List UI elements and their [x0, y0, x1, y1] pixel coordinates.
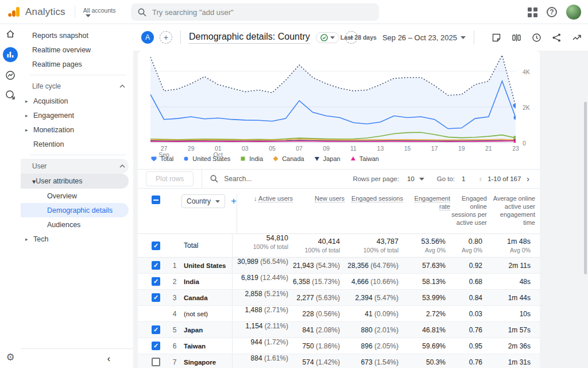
divider — [202, 170, 202, 189]
select-all-checkbox[interactable] — [152, 195, 160, 204]
table-row[interactable]: 5 Japan 1,154 (2.11%)841 (2.08%)880 (2.0… — [138, 322, 540, 338]
insights-spark-icon[interactable] — [572, 33, 582, 43]
date-range-preset-label: Last 28 days — [341, 34, 377, 41]
collapse-nav-icon[interactable]: ‹ — [107, 354, 110, 364]
sidebar-item-tech[interactable]: ▸Tech — [21, 232, 133, 246]
chevron-down-icon — [215, 200, 220, 203]
column-header-engagement-rate[interactable]: Engagement rate — [403, 194, 450, 210]
brand-title: Analytics — [25, 6, 65, 18]
apps-grid-icon[interactable] — [528, 7, 537, 17]
account-switcher[interactable]: All accounts — [83, 7, 116, 17]
report-title[interactable]: Demographic details: Country — [189, 32, 310, 44]
row-checkbox[interactable] — [152, 342, 160, 350]
x-axis-tick: 09 — [318, 145, 335, 152]
legend-item-taiwan[interactable]: Taiwan — [350, 155, 379, 162]
report-card: 02K4K 27Sep2901Oct0305070911131517192123… — [138, 51, 540, 368]
row-checkbox[interactable] — [152, 293, 160, 302]
account-switcher-label: All accounts — [83, 7, 116, 14]
sidebar-item-realtime-overview[interactable]: Realtime overview — [21, 43, 133, 57]
sidebar-item-realtime-pages[interactable]: Realtime pages — [21, 57, 133, 71]
search-icon — [138, 8, 146, 17]
global-search-input[interactable] — [152, 8, 359, 17]
table-row[interactable]: 1 United States 30,989 (56.54%)21,943 (5… — [138, 258, 540, 274]
add-collaborator-button[interactable]: + — [160, 31, 172, 44]
sidebar-item-audiences[interactable]: Audiences — [21, 217, 129, 232]
analytics-logo-icon[interactable] — [8, 6, 21, 18]
page-scrollbar[interactable] — [584, 102, 587, 274]
table-row[interactable]: 4 (not set) 1,488 (2.71%)228 (0.56%)41 (… — [138, 306, 540, 322]
column-header-active-users[interactable]: ↓ Active users — [237, 194, 293, 233]
share-icon[interactable] — [552, 33, 562, 43]
next-page-icon[interactable]: › — [523, 174, 533, 183]
search-icon — [210, 175, 218, 183]
row-checkbox[interactable] — [152, 358, 160, 366]
sidebar-item-user-attributes[interactable]: ▾User attributes — [21, 174, 129, 189]
dimension-select[interactable]: Country — [181, 194, 225, 208]
line-chart[interactable] — [150, 55, 516, 144]
chevron-up-icon — [119, 85, 125, 88]
x-axis-tick: 17 — [426, 145, 443, 152]
help-icon[interactable]: ? — [547, 7, 557, 17]
row-checkbox[interactable] — [152, 241, 160, 250]
rows-per-page-value[interactable]: 10 — [407, 175, 415, 182]
sidebar-section-life-cycle[interactable]: Life cycle — [21, 79, 133, 94]
nav-collapse-bar: ‹ — [21, 348, 133, 368]
legend-item-canada[interactable]: Canada — [272, 155, 304, 162]
sidebar-item-overview[interactable]: Overview — [21, 189, 129, 203]
goto-page-value[interactable]: 1 — [462, 175, 465, 182]
sidebar-item-engagement[interactable]: ▸Engagement — [21, 108, 133, 122]
legend-item-japan[interactable]: Japan — [314, 155, 341, 162]
advertising-icon[interactable] — [0, 85, 21, 105]
report-status-badge[interactable] — [316, 32, 339, 43]
column-header-engaged-online-sessions[interactable]: Engaged online sessions per active user — [450, 194, 487, 227]
home-icon[interactable] — [0, 24, 21, 44]
admin-gear-icon[interactable]: ⚙ — [0, 351, 21, 363]
x-axis-tick: 21 — [480, 145, 497, 152]
table-row[interactable]: 2 India 6,819 (12.44%)6,358 (15.73%)4,66… — [138, 274, 540, 290]
x-axis-tick: 13 — [372, 145, 389, 152]
legend-marker-icon — [239, 155, 246, 162]
table-row[interactable]: 6 Taiwan 944 (1.72%)750 (1.86%)896 (2.05… — [138, 338, 540, 354]
row-checkbox[interactable] — [152, 277, 160, 286]
table-row[interactable]: 3 Canada 2,858 (5.21%)2,277 (5.63%)2,394… — [138, 290, 540, 306]
expand-right-icon: ▸ — [25, 236, 33, 242]
plot-rows-button[interactable]: Plot rows — [146, 171, 194, 186]
table-total-row: Total 54,810100% of total40,414100% of t… — [138, 233, 540, 258]
column-header-engaged-sessions[interactable]: Engaged sessions — [345, 194, 403, 202]
chart-legend: Total United States India Canada Japan T… — [150, 155, 379, 162]
table-search-input[interactable] — [224, 175, 310, 183]
table-row[interactable]: 7 Singapore 884 (1.61%)574 (1.42%)673 (1… — [138, 354, 540, 368]
report-owner-avatar[interactable]: A — [141, 31, 154, 44]
explore-icon[interactable] — [0, 66, 21, 85]
sidebar-item-demographic-details[interactable]: Demographic details — [21, 203, 129, 217]
check-circle-icon — [320, 34, 328, 41]
sidebar-item-acquisition[interactable]: ▸Acquisition — [21, 94, 133, 108]
legend-item-united-states[interactable]: United States — [183, 155, 230, 162]
row-checkbox[interactable] — [152, 325, 160, 334]
column-header-new-users[interactable]: New users — [293, 194, 345, 202]
legend-item-total[interactable]: Total — [150, 155, 173, 162]
y-axis-tick: 4K — [523, 68, 530, 75]
sidebar-section-user[interactable]: User — [21, 159, 129, 174]
table-search[interactable] — [210, 175, 310, 183]
global-search[interactable] — [131, 3, 379, 21]
x-axis-tick: 07 — [291, 145, 308, 152]
insights-clock-icon[interactable] — [532, 33, 541, 43]
prev-page-icon[interactable]: ‹ — [475, 174, 485, 183]
column-header-average-online-active[interactable]: Average online active user engagement ti… — [487, 194, 535, 227]
sidebar-item-monetization[interactable]: ▸Monetization — [21, 122, 133, 137]
chevron-down-icon — [461, 36, 466, 39]
add-dimension-button[interactable]: + — [231, 195, 237, 207]
legend-item-india[interactable]: India — [239, 155, 263, 162]
expand-right-icon: ▸ — [25, 113, 33, 118]
sidebar-item-reports-snapshot[interactable]: Reports snapshot — [21, 28, 133, 43]
note-icon[interactable] — [492, 33, 501, 43]
reports-icon[interactable] — [0, 44, 21, 66]
sidebar-item-retention[interactable]: Retention — [21, 137, 133, 151]
divider — [30, 75, 126, 75]
chevron-down-icon[interactable] — [419, 178, 424, 181]
date-range-picker[interactable]: Sep 26 – Oct 23, 2025 — [382, 33, 466, 42]
row-checkbox[interactable] — [152, 261, 160, 270]
user-avatar[interactable] — [566, 5, 581, 20]
comparison-icon[interactable] — [512, 33, 521, 43]
